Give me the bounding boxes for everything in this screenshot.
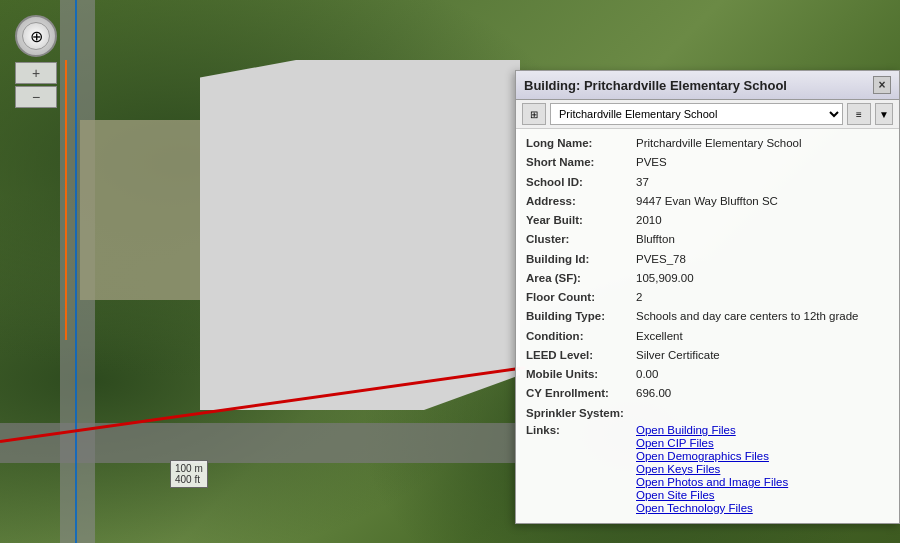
blue-line: [75, 0, 77, 543]
dropdown-button[interactable]: ▼: [875, 103, 893, 125]
condition-row: Condition: Excellent: [526, 328, 889, 345]
sprinkler-row: Sprinkler System:: [526, 405, 889, 422]
address-row: Address: 9447 Evan Way Bluffton SC: [526, 193, 889, 210]
address-label: Address:: [526, 193, 636, 210]
info-panel: Building: Pritchardville Elementary Scho…: [515, 70, 900, 524]
info-panel-header: Building: Pritchardville Elementary Scho…: [516, 71, 899, 100]
cy-enrollment-value: 696.00: [636, 385, 671, 402]
school-id-row: School ID: 37: [526, 174, 889, 191]
building-id-label: Building Id:: [526, 251, 636, 268]
sprinkler-label: Sprinkler System:: [526, 405, 636, 422]
area-value: 105,909.00: [636, 270, 694, 287]
mobile-units-value: 0.00: [636, 366, 658, 383]
leed-level-label: LEED Level:: [526, 347, 636, 364]
short-name-row: Short Name: PVES: [526, 154, 889, 171]
scale-400ft: 400 ft: [175, 474, 200, 485]
area-label: Area (SF):: [526, 270, 636, 287]
mobile-units-row: Mobile Units: 0.00: [526, 366, 889, 383]
orange-line: [65, 60, 67, 340]
stack-icon: ≡: [856, 109, 862, 120]
building-type-label: Building Type:: [526, 308, 636, 325]
zoom-out-button[interactable]: −: [15, 86, 57, 108]
area-row: Area (SF): 105,909.00: [526, 270, 889, 287]
cy-enrollment-label: CY Enrollment:: [526, 385, 636, 402]
open-site-files-link[interactable]: Open Site Files: [636, 489, 788, 501]
cluster-row: Cluster: Bluffton: [526, 231, 889, 248]
floor-count-value: 2: [636, 289, 642, 306]
leed-level-row: LEED Level: Silver Certificate: [526, 347, 889, 364]
floor-count-label: Floor Count:: [526, 289, 636, 306]
compass-button[interactable]: ⊕: [15, 15, 57, 57]
open-technology-files-link[interactable]: Open Technology Files: [636, 502, 788, 514]
condition-value: Excellent: [636, 328, 683, 345]
parking-lot: [80, 120, 210, 300]
open-cip-files-link[interactable]: Open CIP Files: [636, 437, 788, 449]
info-panel-body: Long Name: Pritchardville Elementary Sch…: [516, 129, 899, 523]
links-label: Links:: [526, 424, 636, 436]
long-name-row: Long Name: Pritchardville Elementary Sch…: [526, 135, 889, 152]
scale-100m: 100 m: [175, 463, 203, 474]
short-name-label: Short Name:: [526, 154, 636, 171]
building-select[interactable]: Pritchardville Elementary School: [550, 103, 843, 125]
links-row: Links: Open Building Files Open CIP File…: [526, 424, 889, 515]
open-building-files-link[interactable]: Open Building Files: [636, 424, 788, 436]
year-built-value: 2010: [636, 212, 662, 229]
open-demographics-files-link[interactable]: Open Demographics Files: [636, 450, 788, 462]
close-button[interactable]: ×: [873, 76, 891, 94]
building-type-value: Schools and day care centers to 12th gra…: [636, 308, 858, 325]
year-built-label: Year Built:: [526, 212, 636, 229]
mobile-units-label: Mobile Units:: [526, 366, 636, 383]
school-id-label: School ID:: [526, 174, 636, 191]
stack-button[interactable]: ≡: [847, 103, 871, 125]
dropdown-icon: ▼: [879, 109, 889, 120]
open-photos-files-link[interactable]: Open Photos and Image Files: [636, 476, 788, 488]
zoom-in-button[interactable]: +: [15, 62, 57, 84]
building-shape: [200, 60, 520, 410]
toolbar-grid-button[interactable]: ⊞: [522, 103, 546, 125]
nav-controls: ⊕ + −: [15, 15, 57, 110]
cluster-value: Bluffton: [636, 231, 675, 248]
long-name-label: Long Name:: [526, 135, 636, 152]
building-id-value: PVES_78: [636, 251, 686, 268]
building-type-row: Building Type: Schools and day care cent…: [526, 308, 889, 325]
leed-level-value: Silver Certificate: [636, 347, 720, 364]
address-value: 9447 Evan Way Bluffton SC: [636, 193, 778, 210]
cy-enrollment-row: CY Enrollment: 696.00: [526, 385, 889, 402]
grid-icon: ⊞: [530, 109, 538, 120]
info-panel-toolbar: ⊞ Pritchardville Elementary School ≡ ▼: [516, 100, 899, 129]
condition-label: Condition:: [526, 328, 636, 345]
floor-count-row: Floor Count: 2: [526, 289, 889, 306]
school-id-value: 37: [636, 174, 649, 191]
info-panel-title: Building: Pritchardville Elementary Scho…: [524, 78, 787, 93]
compass-inner: ⊕: [22, 22, 50, 50]
zoom-group: + −: [15, 62, 57, 108]
scale-bar: 100 m 400 ft: [170, 460, 208, 488]
open-keys-files-link[interactable]: Open Keys Files: [636, 463, 788, 475]
long-name-value: Pritchardville Elementary School: [636, 135, 802, 152]
building-id-row: Building Id: PVES_78: [526, 251, 889, 268]
links-section: Open Building Files Open CIP Files Open …: [636, 424, 788, 515]
cluster-label: Cluster:: [526, 231, 636, 248]
short-name-value: PVES: [636, 154, 667, 171]
year-built-row: Year Built: 2010: [526, 212, 889, 229]
